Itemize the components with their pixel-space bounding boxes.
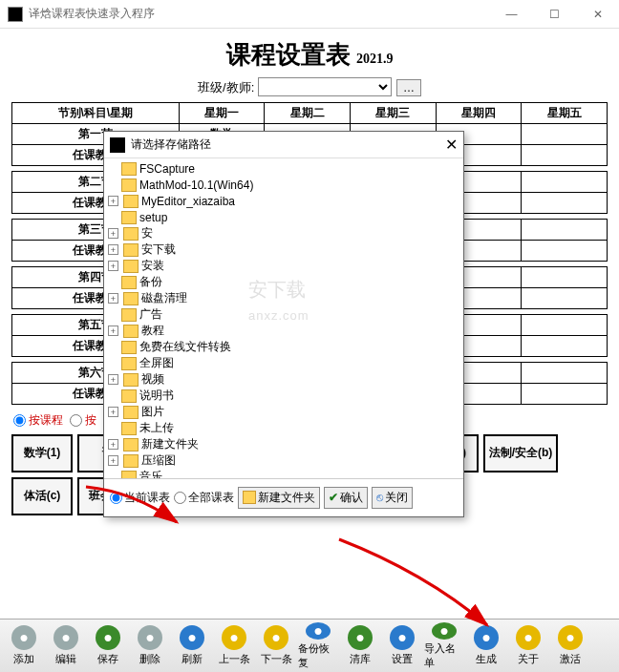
table-header: 星期一 — [179, 103, 265, 124]
toolbar-设置[interactable]: ●设置 — [382, 622, 422, 670]
radio-by-other[interactable]: 按 — [70, 413, 96, 427]
close-button[interactable]: ✕ — [576, 0, 619, 29]
tree-item[interactable]: 全屏图 — [108, 355, 459, 371]
toolbar-上一条[interactable]: ●上一条 — [214, 622, 254, 670]
tree-item[interactable]: +磁盘清理 — [108, 290, 459, 306]
bottom-toolbar: ●添加●编辑●保存●删除●刷新●上一条●下一条●备份恢复●清库●设置●导入名单●… — [0, 619, 619, 672]
radio-current-schedule[interactable]: 当前课表 — [110, 490, 170, 506]
toolbar-下一条[interactable]: ●下一条 — [256, 622, 296, 670]
class-teacher-select[interactable] — [258, 77, 392, 96]
radio-all-schedules[interactable]: 全部课表 — [174, 490, 234, 506]
tree-item[interactable]: 未上传 — [108, 420, 459, 436]
tree-item[interactable]: +安下载 — [108, 242, 459, 258]
tree-item[interactable]: +安 — [108, 225, 459, 242]
dialog-close-button2[interactable]: ⎋关闭 — [372, 487, 413, 509]
save-path-dialog: 请选择存储路径 ✕ FSCaptureMathMod-10.1(Win64)+M… — [103, 131, 464, 517]
class-teacher-label: 班级/教师: — [198, 80, 254, 94]
table-header: 星期四 — [436, 103, 522, 124]
radio-by-course[interactable]: 按课程 — [13, 413, 63, 427]
tree-item[interactable]: 备份 — [108, 274, 459, 290]
tree-item[interactable]: +MyEditor_xiazaiba — [108, 193, 459, 209]
tree-item[interactable]: +压缩图 — [108, 452, 459, 469]
tree-item[interactable]: 广告 — [108, 306, 459, 323]
tree-item[interactable]: FSCapture — [108, 160, 459, 177]
subject-button[interactable]: 数学(1) — [11, 434, 73, 472]
toolbar-保存[interactable]: ●保存 — [88, 622, 128, 670]
table-header: 星期五 — [522, 103, 608, 124]
toolbar-生成[interactable]: ●生成 — [466, 622, 506, 670]
confirm-button[interactable]: ✔确认 — [324, 487, 368, 509]
tree-item[interactable]: setup — [108, 209, 459, 225]
toolbar-编辑[interactable]: ●编辑 — [46, 622, 86, 670]
toolbar-添加[interactable]: ●添加 — [4, 622, 44, 670]
dialog-icon — [110, 137, 125, 153]
minimize-button[interactable]: — — [490, 0, 533, 29]
tree-item[interactable]: 音乐 — [108, 469, 459, 479]
tree-item[interactable]: 说明书 — [108, 388, 459, 404]
toolbar-导入名单[interactable]: ●导入名单 — [424, 622, 464, 670]
tree-item[interactable]: +安装 — [108, 258, 459, 274]
window-titlebar: 译焓课程表快速录入程序 — ☐ ✕ — [0, 0, 619, 29]
dialog-close-button[interactable]: ✕ — [445, 136, 458, 154]
subject-button[interactable]: 体活(c) — [11, 477, 73, 515]
tree-item[interactable]: +教程 — [108, 323, 459, 339]
table-header: 星期三 — [350, 103, 436, 124]
dialog-title: 请选择存储路径 — [131, 136, 211, 153]
tree-item[interactable]: +视频 — [108, 371, 459, 388]
toolbar-激活[interactable]: ●激活 — [550, 622, 590, 670]
table-header: 节别\科目\星期 — [12, 103, 180, 124]
tree-item[interactable]: +图片 — [108, 404, 459, 420]
folder-tree[interactable]: FSCaptureMathMod-10.1(Win64)+MyEditor_xi… — [108, 160, 459, 479]
toolbar-关于[interactable]: ●关于 — [508, 622, 548, 670]
window-title: 译焓课程表快速录入程序 — [29, 6, 155, 22]
toolbar-备份恢复[interactable]: ●备份恢复 — [298, 622, 338, 670]
toolbar-清库[interactable]: ●清库 — [340, 622, 380, 670]
toolbar-刷新[interactable]: ●刷新 — [172, 622, 212, 670]
tree-item[interactable]: MathMod-10.1(Win64) — [108, 177, 459, 193]
subject-button[interactable]: 法制/安全(b) — [483, 434, 559, 472]
table-header: 星期二 — [265, 103, 351, 124]
new-folder-button[interactable]: 新建文件夹 — [238, 487, 320, 509]
tree-item[interactable]: +新建文件夹 — [108, 436, 459, 452]
toolbar-删除[interactable]: ●删除 — [130, 622, 170, 670]
maximize-button[interactable]: ☐ — [533, 0, 576, 29]
browse-button[interactable]: … — [396, 79, 421, 96]
app-icon — [8, 7, 23, 22]
tree-item[interactable]: 免费在线文件转换 — [108, 339, 459, 355]
page-title: 课程设置表 2021.9 — [11, 38, 608, 72]
